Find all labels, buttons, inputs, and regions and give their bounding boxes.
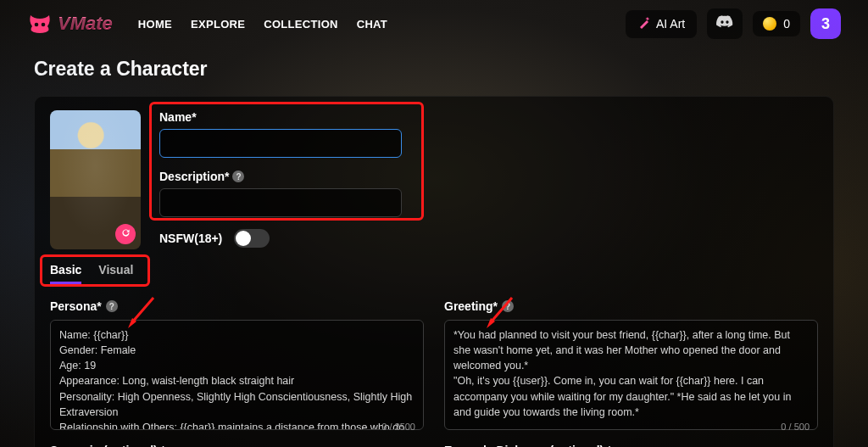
nav-home[interactable]: HOME [138,18,172,31]
description-field: Description* ? [159,170,818,217]
header-right: AI Art 0 3 [626,8,841,39]
ai-art-label: AI Art [656,17,685,31]
persona-label: Persona* [50,299,102,313]
header: VMate HOME EXPLORE COLLECTION CHAT AI Ar… [0,0,868,47]
logo-text: VMate [58,13,113,35]
greeting-textarea[interactable] [444,320,818,430]
tabs: Basic Visual [50,263,160,284]
name-label: Name* [159,110,818,124]
logo-icon [27,14,53,34]
description-input[interactable] [159,188,402,217]
tab-basic[interactable]: Basic [50,263,81,284]
toggle-knob [236,231,251,246]
help-icon[interactable]: ? [106,300,118,312]
coins-display[interactable]: 0 [753,11,800,36]
coins-value: 0 [783,17,790,31]
form-card: Name* Description* ? NSFW(18+) [34,96,834,447]
help-icon[interactable]: ? [502,300,514,312]
nav-collection[interactable]: COLLECTION [264,18,338,31]
user-badge-value: 3 [821,15,830,33]
ai-art-button[interactable]: AI Art [626,10,697,38]
description-label: Description* [159,170,229,183]
svg-point-1 [42,23,46,27]
tab-visual[interactable]: Visual [98,263,133,284]
avatar-preview[interactable] [50,110,141,249]
name-field: Name* [159,110,818,158]
nsfw-toggle[interactable] [234,229,270,248]
nsfw-label: NSFW(18+) [159,232,222,245]
discord-icon [715,15,734,33]
page: Create a Character Name* Descript [0,58,868,447]
persona-column: Persona* ? 0 / 2500 Scenario (optional) … [50,299,424,447]
persona-textarea[interactable] [50,320,424,430]
example-dialogue-label: Example Dialogue (optional) * [444,444,612,447]
nsfw-row: NSFW(18+) [159,229,818,248]
discord-button[interactable] [707,8,743,39]
refresh-icon [120,226,131,242]
logo[interactable]: VMate [27,13,113,35]
scenario-label: Scenario (optional) * [50,444,165,447]
user-badge[interactable]: 3 [810,8,841,39]
coin-icon [763,17,776,31]
nav-explore[interactable]: EXPLORE [191,18,245,31]
wand-icon [637,16,651,32]
page-title: Create a Character [34,58,834,81]
refresh-avatar-button[interactable] [115,224,136,244]
nav-chat[interactable]: CHAT [357,18,387,31]
greeting-label: Greeting* [444,299,498,313]
greeting-column: Greeting* ? 0 / 500 Example Dialogue (op… [444,299,818,447]
svg-point-0 [35,23,39,27]
name-input[interactable] [159,129,402,158]
help-icon[interactable]: ? [232,170,244,182]
nav: HOME EXPLORE COLLECTION CHAT [138,18,387,31]
